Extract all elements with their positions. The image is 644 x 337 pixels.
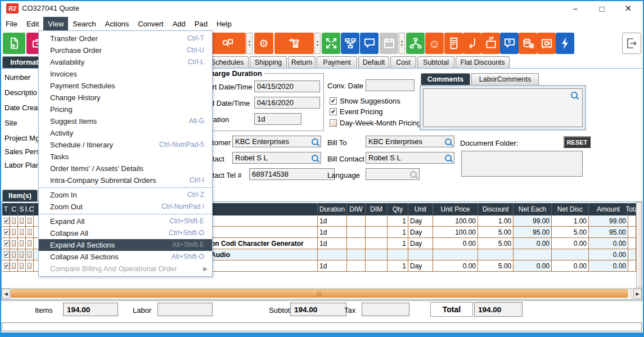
dropdown-arrows-icon[interactable]: ▾▾ [314,33,321,54]
cell-amount[interactable]: 0.00 [589,260,628,272]
end-datetime-field[interactable]: 04/16/2020 [254,97,320,109]
column-header-net-each[interactable]: Net Each [514,203,552,215]
menu-actions[interactable]: Actions [101,17,134,30]
cell-qty[interactable]: 1 [388,215,408,227]
items-total-field[interactable]: 194.00 [63,303,118,316]
cell-total[interactable] [628,215,636,227]
cell-discount[interactable]: 5.00 [478,238,514,249]
menu-item-intra-company-subrental-orders[interactable]: Intra-Company Subrental OrdersCtrl-I [39,174,212,186]
tab-labor-comments[interactable]: LaborComments [471,73,539,85]
menu-item-activity[interactable]: Activity [39,127,212,139]
tab-return[interactable]: Return [288,56,316,68]
checkbox-checked-icon[interactable]: ✔ [4,218,10,224]
tax-field[interactable] [362,303,409,316]
cell-total[interactable] [628,227,636,238]
row-checkbox-cell[interactable] [26,227,34,238]
menu-item-change-history[interactable]: Change History [39,92,212,104]
bill-to-search-icon[interactable] [445,138,452,145]
checkbox-checked-icon[interactable]: ✔ [4,251,10,258]
add-purchase-order-icon[interactable]: PO [274,33,314,54]
cell-unit_price[interactable]: 0.00 [433,260,478,272]
column-header-amount[interactable]: Amount [589,203,628,215]
cell-diw[interactable] [347,260,366,272]
row-checkbox-cell[interactable]: ✔ [2,215,10,227]
cell-diw[interactable] [347,249,366,260]
menu-item-zoom-in[interactable]: Zoom InCtrl-Z [39,189,212,201]
cell-duration[interactable] [318,249,347,260]
cell-unit_price[interactable]: 100.00 [433,215,478,227]
bill-contact-field[interactable]: Robet S L [366,152,454,164]
contact-tel-field[interactable]: 689714538 [249,168,335,180]
checkbox-checked-icon[interactable]: ✔ [4,263,10,269]
menu-item-pricing[interactable]: Pricing [39,104,212,115]
start-datetime-field[interactable]: 04/15/2020 [254,80,320,92]
cell-net_disc[interactable] [552,249,589,260]
bill-to-field[interactable]: KBC Enterprises [366,136,454,147]
menu-file[interactable]: File [1,17,22,30]
menu-item-collapse-all-sections[interactable]: Collapse All SectionsAlt+Shift-O [39,251,212,263]
labor-total-field[interactable] [157,303,213,316]
cell-dim[interactable] [366,260,388,272]
row-checkbox-cell[interactable] [10,227,18,238]
conv-date-field[interactable] [366,79,415,91]
cell-discount[interactable] [478,249,514,260]
cell-unit[interactable]: Day [408,227,433,238]
scrollbar-thumb[interactable] [11,289,628,298]
cell-diw[interactable] [347,227,366,238]
cell-total[interactable] [628,260,636,272]
contact-field[interactable]: Robet S L [232,152,321,164]
comment-icon[interactable] [360,33,379,54]
checkbox-icon[interactable] [20,218,24,224]
column-header-c[interactable]: C [10,203,18,215]
cell-diw[interactable] [347,215,366,227]
menu-item-suggest-items[interactable]: Suggest ItemsAlt-G [39,115,212,127]
menu-item-tasks[interactable]: Tasks [39,151,212,163]
checkbox-icon[interactable] [28,240,31,246]
cell-unit[interactable]: Day [408,260,433,272]
add-money-icon[interactable] [519,33,537,54]
scroll-right-icon[interactable]: ▶ [633,289,642,299]
menu-item-collapse-all[interactable]: Collapse AllCtrl+Shift-O [39,227,212,239]
cell-unit_price[interactable] [433,249,478,260]
menu-item-order-items-assets-details[interactable]: Order Items' / Assets' Details [39,163,212,174]
minimize-button[interactable]: − [564,1,587,16]
tab-items[interactable]: Item(s) [2,190,38,201]
column-header-tota[interactable]: Tota [628,203,636,215]
cell-amount[interactable]: 0.00 [589,249,628,260]
column-header-dim[interactable]: DIM [366,203,388,215]
checkbox-icon[interactable] [28,218,31,224]
row-checkbox-cell[interactable]: ✔ [2,260,10,272]
language-field[interactable] [366,168,420,180]
safe-icon[interactable] [537,33,556,54]
tab-flat-discounts[interactable]: Flat Discounts [456,56,510,68]
row-checkbox-cell[interactable]: ✔ [2,249,10,260]
column-header-net-disc[interactable]: Net Disc [552,203,589,215]
row-checkbox-cell[interactable] [10,215,18,227]
menu-item-transfer-order[interactable]: Transfer OrderCtrl-T [39,33,212,44]
tab-subtotal[interactable]: Subtotal [417,56,454,68]
row-checkbox-cell[interactable] [18,238,26,249]
tab-comments[interactable]: Comments [421,73,470,85]
cell-duration[interactable]: 1d [318,260,347,272]
gears-icon[interactable]: ⚙ [254,33,273,54]
lightning-icon[interactable] [556,33,574,54]
menu-item-purchase-order[interactable]: Purchase OrderCtrl-U [39,44,212,56]
cell-unit_price[interactable]: 100.00 [433,227,478,238]
menu-item-availability[interactable]: AvailabilityCtrl-L [39,56,212,68]
smiley-icon[interactable]: ☺ [425,33,444,54]
cell-unit[interactable] [408,249,433,260]
row-checkbox-cell[interactable] [26,249,34,260]
subtotal-field[interactable]: 194.00 [290,303,346,316]
tab-cost[interactable]: Cost [390,56,416,68]
checkbox-icon[interactable] [28,251,31,258]
checkbox-day-week-month-pricing[interactable] [330,119,337,127]
cell-duration[interactable]: 1d [318,215,347,227]
menu-item-zoom-out[interactable]: Zoom OutCtrl-NumPad / [39,201,212,213]
column-header-duration[interactable]: Duration [318,203,347,215]
cell-total[interactable] [628,238,636,249]
cell-amount[interactable]: 95.00 [589,227,628,238]
column-header-diw[interactable]: DIW [347,203,366,215]
menu-item-payment-schedules[interactable]: Payment Schedules [39,80,212,92]
cell-net_each[interactable]: 99.00 [514,215,552,227]
checkbox-icon[interactable] [20,251,24,258]
